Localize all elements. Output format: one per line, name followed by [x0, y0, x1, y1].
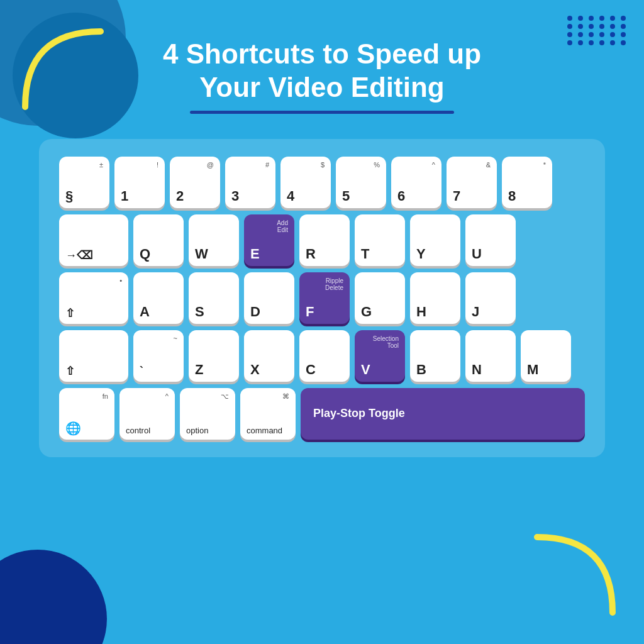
- key-r: R: [299, 214, 350, 266]
- title-underline: [190, 111, 454, 114]
- key-n: N: [465, 330, 516, 382]
- key-a: A: [133, 272, 184, 324]
- key-7: & 7: [447, 157, 497, 208]
- key-h: H: [410, 272, 460, 324]
- key-globe: fn 🌐: [59, 388, 114, 440]
- title-line2: Your Video Editing: [199, 72, 445, 103]
- key-caps: • ⇧: [59, 272, 128, 324]
- key-y: Y: [410, 214, 460, 266]
- key-w: W: [189, 214, 239, 266]
- key-g: G: [355, 272, 405, 324]
- keyboard: ± § ! 1 @ 2 # 3 $ 4 % 5: [39, 139, 605, 457]
- key-8: * 8: [502, 157, 552, 208]
- key-section: ± §: [59, 157, 109, 208]
- key-t: T: [355, 214, 405, 266]
- key-s: S: [189, 272, 239, 324]
- yellow-arc-bottom-right: [525, 525, 625, 625]
- spacebar-label: Play-Stop Toggle: [313, 407, 405, 420]
- keyboard-row-3: • ⇧ A S D RippleDelete F G: [59, 272, 585, 324]
- key-c: C: [299, 330, 350, 382]
- main-content: 4 Shortcuts to Speed up Your Video Editi…: [0, 0, 644, 457]
- key-z: Z: [189, 330, 239, 382]
- key-q: Q: [133, 214, 184, 266]
- key-control: ^ control: [119, 388, 175, 440]
- key-shift: ⇧: [59, 330, 128, 382]
- key-j: J: [465, 272, 516, 324]
- key-v-selection-tool: SelectionTool V: [355, 330, 405, 382]
- key-6: ^ 6: [391, 157, 441, 208]
- key-option: ⌥ option: [180, 388, 235, 440]
- key-spacebar-play-stop: Play-Stop Toggle: [301, 388, 585, 440]
- key-x: X: [244, 330, 294, 382]
- key-d: D: [244, 272, 294, 324]
- key-3: # 3: [225, 157, 275, 208]
- key-4: $ 4: [280, 157, 331, 208]
- key-f-ripple-delete: RippleDelete F: [299, 272, 350, 324]
- deco-circle-bottom-left: [0, 550, 107, 644]
- key-2: @ 2: [170, 157, 220, 208]
- keyboard-row-4: ⇧ ~ ` Z X C SelectionTool V: [59, 330, 585, 382]
- key-e-add-edit: AddEdit E: [244, 214, 294, 266]
- title-line1: 4 Shortcuts to Speed up: [163, 38, 481, 69]
- key-b: B: [410, 330, 460, 382]
- keyboard-row-5: fn 🌐 ^ control ⌥ option ⌘ command Play-S…: [59, 388, 585, 440]
- key-1: ! 1: [114, 157, 165, 208]
- key-5: % 5: [336, 157, 386, 208]
- keyboard-row-2: →⌫ Q W AddEdit E R T: [59, 214, 585, 266]
- keyboard-row-1: ± § ! 1 @ 2 # 3 $ 4 % 5: [59, 157, 585, 208]
- key-command: ⌘ command: [240, 388, 296, 440]
- key-u: U: [465, 214, 516, 266]
- key-m: M: [521, 330, 571, 382]
- page-title: 4 Shortcuts to Speed up Your Video Editi…: [163, 38, 481, 104]
- key-tilde: ~ `: [133, 330, 184, 382]
- key-tab: →⌫: [59, 214, 128, 266]
